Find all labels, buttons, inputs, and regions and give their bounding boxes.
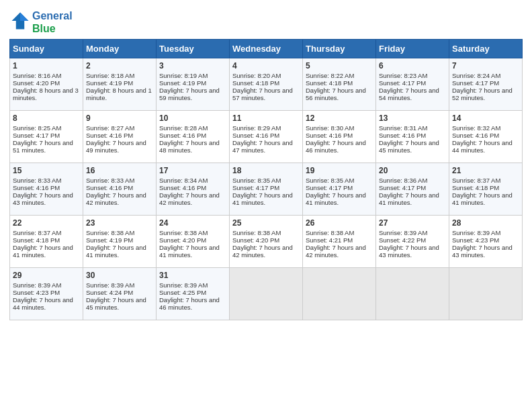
weekday-header-row: SundayMondayTuesdayWednesdayThursdayFrid… [10, 40, 523, 58]
calendar-table: SundayMondayTuesdayWednesdayThursdayFrid… [9, 39, 523, 320]
calendar-cell: 25Sunrise: 8:38 AMSunset: 4:20 PMDayligh… [230, 216, 303, 268]
sunrise-text: Sunrise: 8:25 AM [13, 124, 61, 132]
daylight-text: Daylight: 7 hours and 57 minutes. [232, 87, 293, 101]
calendar-cell: 1Sunrise: 8:16 AMSunset: 4:20 PMDaylight… [10, 58, 83, 111]
daylight-text: Daylight: 7 hours and 41 minutes. [379, 191, 439, 206]
weekday-header-saturday: Saturday [449, 40, 523, 58]
calendar-cell: 9Sunrise: 8:27 AMSunset: 4:16 PMDaylight… [83, 111, 157, 163]
sunrise-text: Sunrise: 8:30 AM [306, 124, 354, 132]
day-number: 26 [306, 218, 373, 228]
day-number: 18 [232, 166, 300, 175]
calendar-cell: 29Sunrise: 8:39 AMSunset: 4:23 PMDayligh… [10, 268, 83, 320]
calendar-cell: 19Sunrise: 8:35 AMSunset: 4:17 PMDayligh… [303, 163, 376, 216]
calendar-cell: 28Sunrise: 8:39 AMSunset: 4:23 PMDayligh… [449, 216, 523, 268]
sunrise-text: Sunrise: 8:39 AM [452, 229, 500, 236]
calendar-week-2: 8Sunrise: 8:25 AMSunset: 4:17 PMDaylight… [10, 111, 523, 163]
calendar-cell: 14Sunrise: 8:32 AMSunset: 4:16 PMDayligh… [449, 111, 523, 163]
sunrise-text: Sunrise: 8:35 AM [232, 177, 281, 184]
daylight-text: Daylight: 7 hours and 48 minutes. [159, 139, 220, 154]
daylight-text: Daylight: 7 hours and 47 minutes. [232, 139, 293, 154]
day-number: 29 [13, 271, 80, 280]
calendar-cell: 24Sunrise: 8:38 AMSunset: 4:20 PMDayligh… [157, 216, 230, 268]
calendar-cell: 6Sunrise: 8:23 AMSunset: 4:17 PMDaylight… [376, 58, 449, 111]
sunrise-text: Sunrise: 8:32 AM [452, 124, 500, 132]
calendar-cell: 10Sunrise: 8:28 AMSunset: 4:16 PMDayligh… [157, 111, 230, 163]
calendar-week-3: 15Sunrise: 8:33 AMSunset: 4:16 PMDayligh… [10, 163, 523, 216]
day-number: 22 [13, 218, 80, 228]
calendar-cell: 8Sunrise: 8:25 AMSunset: 4:17 PMDaylight… [10, 111, 83, 163]
logo-text-blue: Blue [32, 22, 73, 35]
daylight-text: Daylight: 7 hours and 42 minutes. [306, 244, 366, 259]
daylight-text: Daylight: 7 hours and 44 minutes. [13, 296, 73, 311]
sunset-text: Sunset: 4:17 PM [379, 184, 426, 191]
sunrise-text: Sunrise: 8:38 AM [306, 229, 354, 236]
sunrise-text: Sunrise: 8:24 AM [452, 72, 500, 79]
weekday-header-friday: Friday [376, 40, 449, 58]
day-number: 6 [379, 61, 446, 71]
calendar-cell: 15Sunrise: 8:33 AMSunset: 4:16 PMDayligh… [10, 163, 83, 216]
sunset-text: Sunset: 4:25 PM [159, 289, 206, 296]
calendar-cell: 26Sunrise: 8:38 AMSunset: 4:21 PMDayligh… [303, 216, 376, 268]
calendar-cell [376, 268, 449, 320]
daylight-text: Daylight: 7 hours and 46 minutes. [306, 139, 366, 154]
sunrise-text: Sunrise: 8:16 AM [13, 72, 61, 79]
calendar-cell: 3Sunrise: 8:19 AMSunset: 4:19 PMDaylight… [157, 58, 230, 111]
sunset-text: Sunset: 4:23 PM [452, 236, 499, 244]
weekday-header-wednesday: Wednesday [230, 40, 303, 58]
calendar-cell: 27Sunrise: 8:39 AMSunset: 4:22 PMDayligh… [376, 216, 449, 268]
sunset-text: Sunset: 4:18 PM [306, 79, 353, 87]
sunset-text: Sunset: 4:16 PM [86, 184, 133, 191]
day-number: 5 [306, 61, 373, 71]
daylight-text: Daylight: 7 hours and 43 minutes. [13, 191, 73, 206]
weekday-header-thursday: Thursday [303, 40, 376, 58]
calendar-cell [449, 268, 523, 320]
sunrise-text: Sunrise: 8:39 AM [13, 281, 61, 289]
daylight-text: Daylight: 7 hours and 41 minutes. [159, 244, 220, 259]
calendar-cell: 4Sunrise: 8:20 AMSunset: 4:18 PMDaylight… [230, 58, 303, 111]
day-number: 25 [232, 218, 300, 228]
calendar-cell: 23Sunrise: 8:38 AMSunset: 4:19 PMDayligh… [83, 216, 157, 268]
daylight-text: Daylight: 7 hours and 43 minutes. [452, 244, 513, 259]
sunset-text: Sunset: 4:20 PM [13, 79, 60, 87]
calendar-cell: 12Sunrise: 8:30 AMSunset: 4:16 PMDayligh… [303, 111, 376, 163]
sunrise-text: Sunrise: 8:38 AM [232, 229, 281, 236]
logo: General Blue [9, 9, 73, 35]
sunset-text: Sunset: 4:23 PM [13, 289, 60, 296]
daylight-text: Daylight: 7 hours and 45 minutes. [86, 296, 146, 311]
sunrise-text: Sunrise: 8:19 AM [159, 72, 208, 79]
daylight-text: Daylight: 7 hours and 54 minutes. [379, 87, 439, 101]
daylight-text: Daylight: 7 hours and 41 minutes. [452, 191, 513, 206]
calendar-cell: 2Sunrise: 8:18 AMSunset: 4:19 PMDaylight… [83, 58, 157, 111]
calendar-cell: 18Sunrise: 8:35 AMSunset: 4:17 PMDayligh… [230, 163, 303, 216]
daylight-text: Daylight: 7 hours and 52 minutes. [452, 87, 513, 101]
sunrise-text: Sunrise: 8:33 AM [13, 177, 61, 184]
sunset-text: Sunset: 4:18 PM [13, 236, 60, 244]
sunrise-text: Sunrise: 8:37 AM [452, 177, 500, 184]
calendar-cell: 5Sunrise: 8:22 AMSunset: 4:18 PMDaylight… [303, 58, 376, 111]
weekday-header-sunday: Sunday [10, 40, 83, 58]
sunrise-text: Sunrise: 8:33 AM [86, 177, 134, 184]
sunset-text: Sunset: 4:19 PM [159, 79, 206, 87]
day-number: 14 [452, 113, 519, 123]
sunset-text: Sunset: 4:16 PM [159, 132, 206, 139]
sunrise-text: Sunrise: 8:28 AM [159, 124, 208, 132]
header: General Blue [9, 7, 523, 35]
sunset-text: Sunset: 4:17 PM [379, 79, 426, 87]
day-number: 11 [232, 113, 300, 123]
calendar-cell: 17Sunrise: 8:34 AMSunset: 4:16 PMDayligh… [157, 163, 230, 216]
svg-marker-1 [20, 13, 28, 21]
day-number: 31 [159, 271, 226, 280]
calendar-cell [230, 268, 303, 320]
daylight-text: Daylight: 7 hours and 56 minutes. [306, 87, 366, 101]
day-number: 4 [232, 61, 300, 71]
day-number: 10 [159, 113, 226, 123]
calendar-cell [303, 268, 376, 320]
daylight-text: Daylight: 7 hours and 42 minutes. [232, 244, 293, 259]
sunset-text: Sunset: 4:16 PM [306, 132, 353, 139]
calendar-cell: 13Sunrise: 8:31 AMSunset: 4:16 PMDayligh… [376, 111, 449, 163]
sunset-text: Sunset: 4:19 PM [86, 236, 133, 244]
day-number: 2 [86, 61, 153, 71]
calendar-cell: 30Sunrise: 8:39 AMSunset: 4:24 PMDayligh… [83, 268, 157, 320]
sunset-text: Sunset: 4:17 PM [452, 79, 499, 87]
day-number: 16 [86, 166, 153, 175]
